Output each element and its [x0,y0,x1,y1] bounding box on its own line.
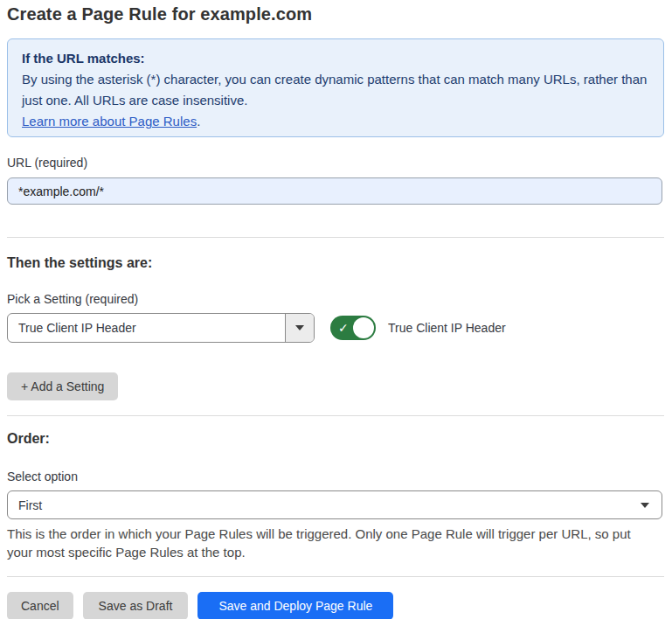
order-select[interactable]: First [7,490,662,519]
info-box-heading: If the URL matches: [22,48,649,69]
chevron-down-icon [295,325,304,330]
learn-more-link[interactable]: Learn more about Page Rules [22,114,197,129]
page-title: Create a Page Rule for example.com [7,4,664,24]
true-client-ip-toggle[interactable]: ✓ [330,316,376,340]
toggle-knob [353,317,374,338]
toggle-label: True Client IP Header [388,321,506,335]
divider [7,576,664,577]
check-icon: ✓ [338,322,349,334]
order-select-label: Select option [7,469,664,483]
info-box-body: By using the asterisk (*) character, you… [22,69,649,111]
divider [7,415,664,416]
url-input[interactable] [7,177,662,205]
footer-button-row: Cancel Save as Draft Save and Deploy Pag… [7,592,664,619]
pick-setting-select[interactable]: True Client IP Header [7,313,315,343]
order-section-heading: Order: [7,431,664,447]
url-field-label: URL (required) [7,156,664,170]
select-arrow-box [285,314,314,342]
settings-section-heading: Then the settings are: [7,255,664,271]
pick-setting-selected-value: True Client IP Header [8,314,285,342]
cancel-button[interactable]: Cancel [7,592,73,619]
divider [7,237,664,238]
order-selected-value: First [18,498,42,512]
info-box-link-line: Learn more about Page Rules. [22,111,649,132]
chevron-down-icon [641,503,649,508]
setting-row: True Client IP Header ✓ True Client IP H… [7,313,664,343]
pick-setting-label: Pick a Setting (required) [7,292,664,306]
link-period: . [197,114,200,129]
add-setting-button[interactable]: + Add a Setting [7,372,118,400]
save-as-draft-button[interactable]: Save as Draft [83,592,189,619]
create-page-rule-form: Create a Page Rule for example.com If th… [0,0,672,619]
order-help-text: This is the order in which your Page Rul… [7,525,658,561]
url-matches-info-box: If the URL matches: By using the asteris… [7,38,664,137]
save-and-deploy-button[interactable]: Save and Deploy Page Rule [197,592,393,619]
